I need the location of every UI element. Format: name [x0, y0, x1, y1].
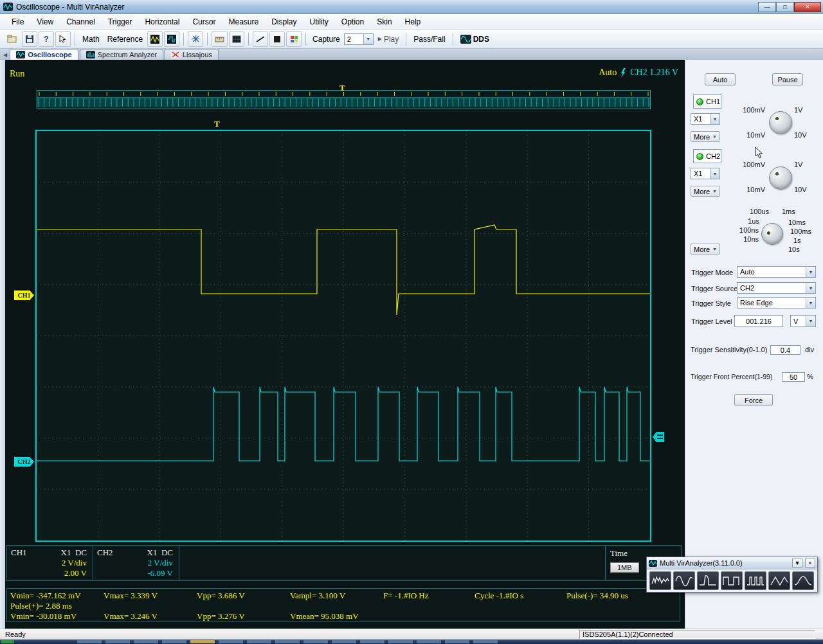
- taskbar[interactable]: [0, 640, 823, 644]
- ch1-position-marker[interactable]: CH1: [14, 291, 34, 300]
- pointer-button[interactable]: [55, 31, 71, 47]
- taskbar-item: [332, 640, 356, 643]
- menu-measure[interactable]: Measure: [222, 15, 265, 29]
- sine-wave-icon: [675, 573, 693, 589]
- auto-button[interactable]: Auto: [705, 73, 736, 85]
- noise-wave-icon: [651, 573, 669, 589]
- menu-channel[interactable]: Channel: [60, 15, 102, 29]
- taskbar-item: [247, 640, 271, 643]
- help-button[interactable]: ?: [39, 31, 54, 47]
- pulse-wave-button[interactable]: [697, 571, 719, 590]
- smooth-wave-button[interactable]: [792, 571, 814, 590]
- ch1-gain-select[interactable]: X1 ▼: [691, 113, 720, 125]
- trigger-front-input[interactable]: [782, 372, 805, 382]
- ch2-enable-button[interactable]: CH2: [693, 149, 721, 163]
- timebase-knob[interactable]: [761, 223, 783, 245]
- close-button[interactable]: ×: [794, 2, 821, 12]
- menu-file[interactable]: File: [5, 15, 30, 29]
- noise-wave-button[interactable]: [649, 571, 671, 590]
- trigger-level-input[interactable]: [734, 315, 783, 327]
- passfail-button[interactable]: Pass/Fail: [410, 31, 448, 47]
- open-button[interactable]: [4, 31, 21, 47]
- window-title: Oscilloscope - Multi VirAnalyzer: [16, 3, 125, 12]
- stop-display-button[interactable]: [269, 31, 285, 47]
- ch2-volts-div-knob[interactable]: [769, 166, 792, 190]
- dds-button[interactable]: DDS: [457, 31, 493, 47]
- device-status: ISDS205A(1.1)(2)Connected: [579, 630, 815, 639]
- trigger-source-select[interactable]: CH2 ▼: [737, 282, 816, 294]
- trigger-level-unit-select[interactable]: V ▼: [790, 315, 816, 327]
- mini-dropdown-button[interactable]: ▼: [792, 559, 802, 568]
- maximize-button[interactable]: □: [776, 2, 794, 12]
- chevron-down-icon: ▼: [806, 267, 815, 277]
- pause-button[interactable]: Pause: [772, 73, 803, 85]
- trigger-position-marker[interactable]: T: [214, 119, 220, 129]
- color-button[interactable]: [286, 31, 302, 47]
- tab-oscilloscope[interactable]: Oscilloscope: [10, 49, 78, 60]
- line-style-button[interactable]: [253, 31, 268, 47]
- ruler-icon: [215, 35, 224, 43]
- menu-help[interactable]: Help: [399, 15, 428, 29]
- memory-depth-value[interactable]: 1MB: [610, 562, 639, 573]
- help-icon: ?: [44, 35, 48, 44]
- minimize-button[interactable]: —: [758, 2, 776, 12]
- measure-button[interactable]: [212, 31, 228, 47]
- tab-label: Spectrum Analyzer: [98, 51, 157, 58]
- play-button[interactable]: ▶Play: [375, 31, 402, 47]
- sine-wave-button[interactable]: [673, 571, 695, 590]
- menu-skin[interactable]: Skin: [370, 15, 398, 29]
- ch2-position-marker[interactable]: CH2: [14, 457, 34, 467]
- utility-button[interactable]: [188, 31, 203, 47]
- trigger-position-marker-overview[interactable]: T: [339, 83, 345, 93]
- tab-scroll-left[interactable]: ◀: [2, 52, 10, 60]
- math-button[interactable]: Math: [79, 31, 103, 47]
- lissajous-tab-icon: [171, 51, 180, 58]
- ch1-coupling: X1 DC: [61, 548, 87, 558]
- menu-horizontal[interactable]: Horizontal: [138, 15, 186, 29]
- timebase-label-1ms: 1ms: [782, 208, 795, 215]
- force-button[interactable]: Force: [734, 394, 773, 406]
- menu-trigger[interactable]: Trigger: [102, 15, 139, 29]
- menu-option[interactable]: Option: [335, 15, 370, 29]
- taskbar-item: [275, 640, 300, 643]
- ch1-enable-button[interactable]: CH1: [693, 94, 721, 109]
- mini-window-titlebar[interactable]: Multi VirAnalyzer(3.11.0.0) ▼ ×: [647, 557, 817, 569]
- channel-info-bar: CH1 X1 DC 2 V/div 2.00 V CH2 X1 DC 2 V/d…: [6, 545, 682, 581]
- square-wave-button[interactable]: [721, 571, 743, 590]
- trigger-mode-select[interactable]: Auto ▼: [737, 266, 816, 278]
- menu-view[interactable]: View: [30, 15, 60, 29]
- menu-display[interactable]: Display: [265, 15, 303, 29]
- force-button-label: Force: [745, 397, 763, 404]
- save-button[interactable]: [22, 31, 37, 47]
- menu-utility[interactable]: Utility: [303, 15, 335, 29]
- ch1-knob-label-100mv: 100mV: [736, 106, 765, 114]
- display-wave-button[interactable]: [164, 31, 179, 47]
- menu-cursor[interactable]: Cursor: [186, 15, 222, 29]
- ch2-knob-label-10mv: 10mV: [739, 186, 765, 193]
- timebase-label-1s: 1s: [793, 237, 801, 244]
- narrow-pulse-button[interactable]: [745, 571, 766, 590]
- ch2-gain-select[interactable]: X1 ▼: [691, 168, 720, 179]
- trigger-sensitivity-input[interactable]: [770, 345, 800, 355]
- ch2-more-button[interactable]: More▼: [691, 186, 720, 197]
- mini-close-button[interactable]: ×: [805, 559, 815, 568]
- tab-lissajous[interactable]: Lissajous: [165, 49, 219, 60]
- graticule[interactable]: [35, 130, 651, 542]
- timebase-more-button[interactable]: More▼: [691, 244, 720, 255]
- ch1-volts-div-knob[interactable]: [769, 111, 792, 134]
- ch1-more-button[interactable]: More▼: [691, 131, 720, 142]
- ch1-offset: 2.00 V: [10, 568, 88, 578]
- timebase-label-10ns: 10ns: [734, 235, 759, 243]
- timebase-label-100ms: 100ms: [790, 228, 811, 235]
- capture-count-select[interactable]: 2 ▼: [344, 33, 374, 45]
- trigger-level-marker[interactable]: [653, 432, 664, 445]
- grid-button[interactable]: [229, 31, 244, 47]
- reference-button[interactable]: Reference: [104, 31, 146, 47]
- trigger-style-select[interactable]: Rise Edge ▼: [737, 297, 816, 309]
- ch1-knob-label-10mv: 10mV: [739, 131, 765, 139]
- reference-wave-button[interactable]: [147, 31, 163, 47]
- triangle-wave-button[interactable]: [768, 571, 790, 590]
- control-panel: Auto Pause CH1 100mV 1V 10mV 10V X1 ▼ Mo…: [685, 60, 823, 629]
- chevron-down-icon: ▼: [710, 168, 719, 179]
- tab-spectrum-analyzer[interactable]: Spectrum Analyzer: [80, 49, 163, 60]
